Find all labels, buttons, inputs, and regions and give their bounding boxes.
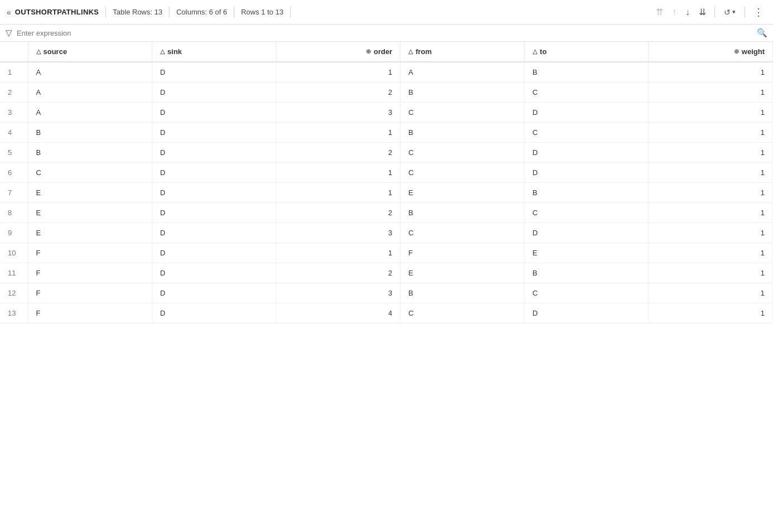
cell-to: C xyxy=(524,83,649,103)
cell-sink: D xyxy=(152,263,277,283)
separator-3 xyxy=(234,7,234,18)
cell-order: 2 xyxy=(276,263,400,283)
table-row[interactable]: 2AD2BC1 xyxy=(0,83,773,103)
table-container: △ source △ sink ⊕ order xyxy=(0,42,773,323)
table-row[interactable]: 1AD1AB1 xyxy=(0,62,773,83)
separator-6 xyxy=(745,7,745,18)
cell-from: C xyxy=(400,143,525,163)
cell-sink: D xyxy=(152,123,277,143)
table-row[interactable]: 8ED2BC1 xyxy=(0,203,773,223)
cell-source: F xyxy=(28,303,152,323)
cell-sink: D xyxy=(152,183,277,203)
table-row[interactable]: 4BD1BC1 xyxy=(0,123,773,143)
cell-from: B xyxy=(400,83,525,103)
cell-from: F xyxy=(400,243,525,263)
separator-5 xyxy=(714,7,715,18)
back-button[interactable]: « xyxy=(7,8,11,17)
col-header-weight[interactable]: ⊕ weight xyxy=(649,42,773,62)
cell-to: D xyxy=(524,303,649,323)
cell-source: B xyxy=(28,123,152,143)
nav-last-button[interactable]: ⇊ xyxy=(696,4,709,20)
cell-to: D xyxy=(524,163,649,183)
top-bar: « OUTSHORTPATHLINKS Table Rows: 13 Colum… xyxy=(0,0,773,25)
col-label-weight: weight xyxy=(742,47,765,56)
cell-from: E xyxy=(400,183,525,203)
col-label-to: to xyxy=(540,47,547,56)
cell-weight: 1 xyxy=(649,183,773,203)
nav-prev-button[interactable]: ↑ xyxy=(669,5,679,20)
cell-source: E xyxy=(28,203,152,223)
cell-weight: 1 xyxy=(649,303,773,323)
cell-from: B xyxy=(400,203,525,223)
cell-rownum: 8 xyxy=(0,203,28,223)
cell-sink: D xyxy=(152,62,277,83)
col-label-from: from xyxy=(416,47,432,56)
cell-order: 2 xyxy=(276,203,400,223)
col-label-order: order xyxy=(374,47,392,56)
search-icon: 🔍 xyxy=(757,28,767,38)
col-header-order[interactable]: ⊕ order xyxy=(276,42,400,62)
cell-order: 2 xyxy=(276,83,400,103)
cell-weight: 1 xyxy=(649,83,773,103)
cell-from: C xyxy=(400,223,525,243)
separator-1 xyxy=(105,7,106,18)
table-header-row: △ source △ sink ⊕ order xyxy=(0,42,773,62)
cell-order: 1 xyxy=(276,123,400,143)
nav-next-button[interactable]: ↓ xyxy=(683,5,693,20)
cell-rownum: 7 xyxy=(0,183,28,203)
table-row[interactable]: 9ED3CD1 xyxy=(0,223,773,243)
cell-source: F xyxy=(28,283,152,303)
cell-order: 4 xyxy=(276,303,400,323)
cell-weight: 1 xyxy=(649,263,773,283)
cell-sink: D xyxy=(152,223,277,243)
to-col-icon: △ xyxy=(533,48,537,55)
refresh-button[interactable]: ↺ ▾ xyxy=(721,6,739,19)
table-row[interactable]: 13FD4CD1 xyxy=(0,303,773,323)
cell-to: B xyxy=(524,62,649,83)
order-col-icon: ⊕ xyxy=(366,48,371,55)
cell-source: C xyxy=(28,163,152,183)
table-row[interactable]: 5BD2CD1 xyxy=(0,143,773,163)
col-header-from[interactable]: △ from xyxy=(400,42,525,62)
cell-order: 3 xyxy=(276,103,400,123)
cell-from: B xyxy=(400,123,525,143)
separator-4 xyxy=(290,7,291,18)
col-label-sink: sink xyxy=(167,47,182,56)
table-row[interactable]: 6CD1CD1 xyxy=(0,163,773,183)
table-row[interactable]: 10FD1FE1 xyxy=(0,243,773,263)
table-row[interactable]: 3AD3CD1 xyxy=(0,103,773,123)
cell-rownum: 9 xyxy=(0,223,28,243)
col-header-source[interactable]: △ source xyxy=(28,42,152,62)
cell-source: F xyxy=(28,243,152,263)
table-row[interactable]: 11FD2EB1 xyxy=(0,263,773,283)
nav-first-button[interactable]: ⇈ xyxy=(653,4,666,20)
cell-rownum: 4 xyxy=(0,123,28,143)
filter-input[interactable] xyxy=(17,29,752,37)
cell-sink: D xyxy=(152,243,277,263)
col-header-sink[interactable]: △ sink xyxy=(152,42,277,62)
cell-rownum: 3 xyxy=(0,103,28,123)
cell-weight: 1 xyxy=(649,243,773,263)
sink-col-icon: △ xyxy=(160,48,165,55)
more-options-button[interactable]: ⋮ xyxy=(751,4,766,21)
cell-weight: 1 xyxy=(649,123,773,143)
cell-from: E xyxy=(400,263,525,283)
separator-2 xyxy=(169,7,170,18)
cell-order: 3 xyxy=(276,223,400,243)
cell-source: F xyxy=(28,263,152,283)
cell-to: B xyxy=(524,263,649,283)
toolbar-right: ⇈ ↑ ↓ ⇊ ↺ ▾ ⋮ xyxy=(653,4,766,21)
cell-from: C xyxy=(400,163,525,183)
col-header-to[interactable]: △ to xyxy=(524,42,649,62)
cell-order: 1 xyxy=(276,163,400,183)
cell-order: 3 xyxy=(276,283,400,303)
cell-from: A xyxy=(400,62,525,83)
cell-rownum: 10 xyxy=(0,243,28,263)
table-row[interactable]: 7ED1EB1 xyxy=(0,183,773,203)
cell-source: B xyxy=(28,143,152,163)
cell-to: D xyxy=(524,143,649,163)
cell-weight: 1 xyxy=(649,283,773,303)
cell-sink: D xyxy=(152,203,277,223)
col-header-rownum xyxy=(0,42,28,62)
table-row[interactable]: 12FD3BC1 xyxy=(0,283,773,303)
